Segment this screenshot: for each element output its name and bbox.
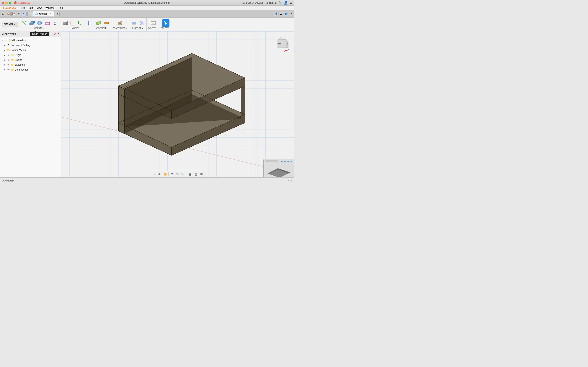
shell-button[interactable] <box>44 19 51 27</box>
create-chevron[interactable]: ▼ <box>43 27 45 29</box>
orbit-button[interactable]: ⊕ <box>157 172 162 176</box>
comments-resize-icon[interactable]: ⋮ <box>290 179 292 182</box>
toolbar-create-section: ⬥⬥⬥⬥ CREATE ▼ <box>20 17 60 31</box>
zebra-button[interactable] <box>138 19 146 27</box>
create-sketch-button[interactable] <box>20 19 28 27</box>
menu-window[interactable]: Window <box>44 6 56 10</box>
tree-item-root[interactable]: ▼ 👁 📁 (Unsaved) ✓ <box>0 38 61 43</box>
home-button[interactable]: 🏠 <box>6 12 11 16</box>
modify-chevron[interactable]: ▼ <box>80 27 82 29</box>
menu-icon[interactable]: ☰ <box>290 1 292 4</box>
display-mode-button[interactable]: ▣ <box>188 172 192 176</box>
username: sp_student <box>265 2 277 4</box>
push-pull-button[interactable] <box>61 19 69 27</box>
design-mode-dropdown[interactable]: DESIGN ▼ <box>2 22 18 27</box>
svg-point-17 <box>88 22 89 24</box>
tree-label-named-views: Named Views <box>11 49 26 52</box>
construct-icons <box>116 19 124 27</box>
maximize-button[interactable] <box>9 2 11 4</box>
eye-icon-construction[interactable]: 👁 <box>7 68 10 72</box>
eye-icon-bodies[interactable]: 👁 <box>7 58 10 62</box>
folder-icon-named-views: 📁 <box>7 48 10 52</box>
collab-button[interactable]: 👥 <box>284 12 288 16</box>
tree-item-document-settings[interactable]: ▶ ⚙ Document Settings <box>0 43 61 48</box>
construct-chevron[interactable]: ▼ <box>126 27 128 29</box>
comments-bar: COMMENTS + ⋮ <box>0 177 294 184</box>
folder-icon-root: 📁 <box>8 39 12 42</box>
design-mode-label: DESIGN <box>3 23 13 26</box>
inspect-chevron[interactable]: ▼ <box>141 27 144 29</box>
visual-style-button[interactable]: ▤ <box>193 172 198 176</box>
help-button[interactable]: ? <box>289 12 293 16</box>
chamfer-button[interactable] <box>77 19 84 27</box>
move-button[interactable] <box>85 19 92 27</box>
3d-shape-container <box>61 31 294 177</box>
browser-resize-icon[interactable]: ⋮ <box>57 33 60 35</box>
comments-add-icon[interactable]: + <box>288 179 289 182</box>
browser-pin-icon[interactable]: 📌 <box>53 33 56 35</box>
mini-preview-svg <box>264 159 294 177</box>
tree-item-named-views[interactable]: ▶ 📁 Named Views <box>0 48 61 53</box>
new-component-button[interactable] <box>95 19 102 27</box>
tree-item-construction[interactable]: ▶ 👁 📁 Construction <box>0 67 61 72</box>
revolve-button[interactable] <box>36 19 43 27</box>
grid-button[interactable]: ⊞ <box>199 172 204 176</box>
user-icon[interactable]: 👤 <box>284 1 288 5</box>
browser-tree: ▼ 👁 📁 (Unsaved) ✓ ▶ ⚙ Document Settings … <box>0 37 61 177</box>
tree-label-sketches: Sketches <box>15 63 25 66</box>
insert-svg-button[interactable]: SVG <box>149 19 157 27</box>
new-tab-button[interactable]: ⊞ <box>1 12 5 16</box>
home-view-button[interactable]: ⌂ <box>151 172 156 176</box>
select-button[interactable] <box>162 19 169 27</box>
extrude-button[interactable] <box>28 19 35 27</box>
redo-button[interactable]: ↪ <box>22 12 26 16</box>
tree-arrow-doc-settings: ▶ <box>3 44 6 46</box>
menu-view[interactable]: View <box>35 6 43 10</box>
menu-help[interactable]: Help <box>56 6 65 10</box>
toolbar-construct-section: CONSTRUCT ▼ <box>112 17 129 31</box>
zoom-out-button[interactable]: 🔍 <box>175 172 180 176</box>
3d-viewport[interactable]: TOP RIGHT Z X ⌂ ⊕ ✋ ⊡ 🔍 🔍+ ▣ ▤ ⊞ <box>61 31 294 177</box>
menu-file[interactable]: File <box>19 6 26 10</box>
menu-edit[interactable]: Edit <box>27 6 35 10</box>
account-button[interactable]: 👤 <box>274 12 278 16</box>
joint-button[interactable] <box>103 19 110 27</box>
svg-line-42 <box>287 48 289 50</box>
eye-icon-origin[interactable]: 👁 <box>7 53 10 57</box>
save-button[interactable]: 💾 <box>11 12 16 16</box>
measure-button[interactable] <box>130 19 138 27</box>
search-icon[interactable]: 🔍 <box>278 1 282 4</box>
eye-icon-sketches[interactable]: 👁 <box>7 63 10 67</box>
more-button[interactable]: ⋯ <box>27 12 32 16</box>
svg-point-21 <box>106 22 109 24</box>
svg-point-51 <box>285 161 286 162</box>
inspect-icons <box>130 19 146 27</box>
assemble-chevron[interactable]: ▼ <box>107 27 109 29</box>
fillet-button[interactable] <box>69 19 77 27</box>
select-chevron[interactable]: ▼ <box>169 27 171 29</box>
pan-button[interactable]: ✋ <box>163 172 168 176</box>
tree-label-origin: Origin <box>15 54 21 57</box>
add-tab-button[interactable]: + <box>55 12 60 16</box>
insert-icons: SVG <box>149 19 157 27</box>
tree-item-bodies[interactable]: ▶ 👁 📁 Bodies <box>0 58 61 62</box>
menu-fusion360[interactable]: Fusion 360 <box>2 6 18 10</box>
fit-button[interactable]: ⊡ <box>169 172 174 176</box>
3d-shape-svg <box>98 45 257 164</box>
viewport-toolbar: ⌂ ⊕ ✋ ⊡ 🔍 🔍+ ▣ ▤ ⊞ <box>150 171 206 177</box>
close-button[interactable] <box>2 2 4 4</box>
tab-close-icon[interactable]: ✕ <box>50 13 51 15</box>
eye-icon-root[interactable]: 👁 <box>4 39 8 42</box>
tree-item-sketches[interactable]: ▶ 👁 📁 Sketches <box>0 62 61 67</box>
offset-plane-button[interactable] <box>116 19 124 27</box>
zoom-in-button[interactable]: 🔍+ <box>181 172 186 176</box>
tab-untitled[interactable]: 🧊 Untitled* ✕ <box>32 11 54 17</box>
browser-collapse-icon[interactable]: ◀ <box>2 33 3 35</box>
more-create-button[interactable]: ⬥⬥⬥⬥ <box>52 19 59 27</box>
cloud-button[interactable]: ☁ <box>279 12 283 16</box>
tree-item-origin[interactable]: ▶ 👁 📁 Origin <box>0 53 61 58</box>
undo-button[interactable]: ↩ <box>17 12 21 16</box>
view-cube[interactable]: TOP RIGHT Z X <box>274 35 290 52</box>
minimize-button[interactable] <box>5 2 8 4</box>
insert-chevron[interactable]: ▼ <box>156 27 158 29</box>
